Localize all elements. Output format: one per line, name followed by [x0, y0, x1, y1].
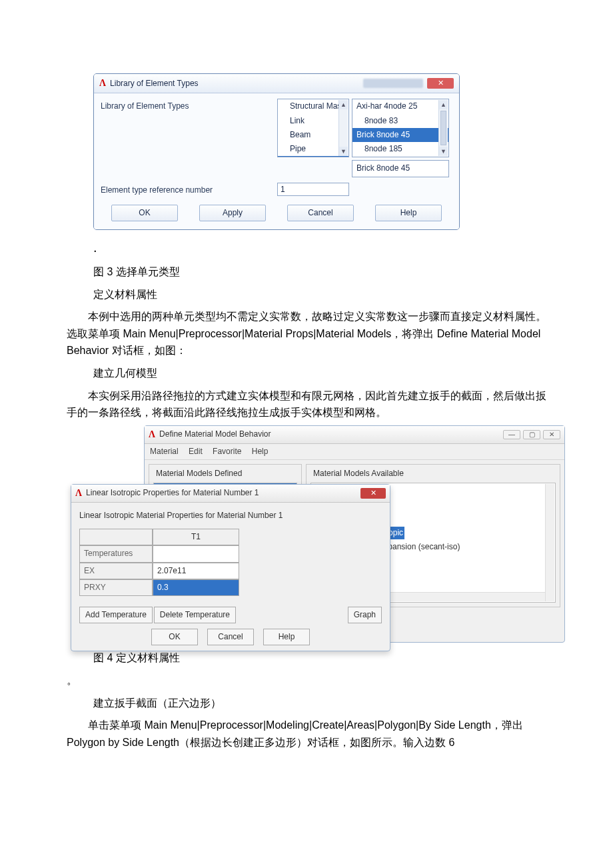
- scrollbar[interactable]: ▲ ▼: [438, 100, 448, 156]
- table-cell: [79, 529, 153, 545]
- reference-number-input[interactable]: [277, 183, 349, 196]
- list-item[interactable]: 8node 83: [352, 114, 448, 128]
- paragraph: 单击菜单项 Main Menu|Preprocessor|Modeling|Cr…: [67, 717, 546, 751]
- library-element-types-dialog: Λ Library of Element Types ✕ Library of …: [93, 73, 460, 230]
- linear-isotropic-dialog: Λ Linear Isotropic Properties for Materi…: [71, 484, 390, 652]
- menu-item[interactable]: Material: [150, 447, 179, 456]
- list-item[interactable]: 8node 185: [352, 142, 448, 156]
- dialog-titlebar: Λ Library of Element Types ✕: [94, 74, 459, 93]
- row-label: EX: [79, 563, 153, 579]
- maximize-button[interactable]: ▢: [523, 430, 540, 439]
- scroll-thumb[interactable]: [440, 111, 446, 145]
- lambda-logo-icon: Λ: [99, 76, 106, 91]
- cancel-button[interactable]: Cancel: [207, 629, 254, 645]
- row-label: Temperatures: [79, 545, 153, 562]
- scroll-up-icon[interactable]: ▲: [339, 100, 348, 109]
- scrollbar[interactable]: ▲ ▼: [338, 100, 348, 156]
- table-header: T1: [153, 529, 239, 545]
- stray-period: 。: [67, 672, 546, 689]
- close-button[interactable]: ✕: [360, 488, 386, 499]
- cancel-button[interactable]: Cancel: [287, 205, 354, 221]
- menu-bar[interactable]: Material Edit Favorite Help: [145, 444, 564, 460]
- field-label: Library of Element Types: [101, 99, 277, 113]
- menu-item[interactable]: Help: [252, 447, 269, 456]
- scroll-down-icon[interactable]: ▼: [439, 147, 448, 156]
- menu-item[interactable]: Favorite: [213, 447, 241, 456]
- dialog-caption: Linear Isotropic Material Properties for…: [79, 509, 382, 522]
- decorative-dot: .: [93, 237, 546, 258]
- add-temperature-button[interactable]: Add Temperature: [79, 607, 153, 623]
- list-item[interactable]: Brick 8node 45: [352, 128, 448, 142]
- selected-summary: Brick 8node 45: [352, 160, 449, 177]
- table-input[interactable]: 2.07e11: [153, 563, 239, 579]
- dialog-title: Define Material Model Behavior: [159, 428, 271, 441]
- figure-caption: 图 4 定义材料属性: [93, 649, 546, 667]
- lambda-logo-icon: Λ: [75, 486, 82, 501]
- element-listbox[interactable]: Axi-har 4node 25 8node 83 Brick 8node 45…: [352, 99, 449, 157]
- help-button[interactable]: Help: [263, 629, 310, 645]
- heading: 建立几何模型: [93, 365, 546, 382]
- scroll-down-icon[interactable]: ▼: [339, 147, 348, 156]
- menu-item[interactable]: Edit: [189, 447, 203, 456]
- list-item[interactable]: Solid: [278, 156, 348, 157]
- ok-button[interactable]: OK: [151, 629, 198, 645]
- table-input[interactable]: [153, 545, 239, 562]
- scroll-up-icon[interactable]: ▲: [439, 100, 448, 109]
- close-button[interactable]: ✕: [543, 430, 560, 439]
- ok-button[interactable]: OK: [111, 205, 178, 221]
- paragraph: 本实例采用沿路径拖拉的方式建立实体模型和有限元网格，因此首先建立扳手的截面，然后…: [67, 387, 546, 421]
- apply-button[interactable]: Apply: [199, 205, 266, 221]
- close-button[interactable]: ✕: [427, 78, 454, 89]
- dialog-titlebar: Λ Define Material Model Behavior — ▢ ✕: [145, 426, 564, 444]
- properties-table: T1 Temperatures EX 2.07e11 PRXY 0.3: [79, 529, 382, 596]
- list-item[interactable]: Axi-har 4node 25: [352, 99, 448, 113]
- figure-caption: 图 3 选择单元类型: [93, 263, 546, 281]
- table-input[interactable]: 0.3: [153, 579, 239, 596]
- row-label: PRXY: [79, 579, 153, 596]
- titlebar-blur: [363, 79, 423, 88]
- fieldset-title: Material Models Defined: [153, 467, 297, 480]
- dialog-titlebar: Λ Linear Isotropic Properties for Materi…: [71, 485, 390, 503]
- delete-temperature-button[interactable]: Delete Temperature: [154, 607, 236, 623]
- scrollbar[interactable]: [545, 484, 554, 601]
- field-label: Element type reference number: [101, 183, 277, 197]
- graph-button[interactable]: Graph: [348, 607, 382, 623]
- help-button[interactable]: Help: [375, 205, 442, 221]
- category-listbox[interactable]: Structural Mass Link Beam Pipe Solid She…: [277, 99, 349, 157]
- list-item[interactable]: 20node 186: [352, 156, 448, 157]
- paragraph: 本例中选用的两种单元类型均不需定义实常数，故略过定义实常数这一步骤而直接定义材料…: [67, 308, 546, 359]
- dialog-title: Linear Isotropic Properties for Material…: [86, 487, 259, 499]
- fieldset-title: Material Models Available: [310, 467, 556, 480]
- dialog-title: Library of Element Types: [110, 77, 199, 90]
- heading: 建立扳手截面（正六边形）: [93, 695, 546, 712]
- lambda-logo-icon: Λ: [149, 427, 155, 442]
- heading: 定义材料属性: [93, 286, 546, 303]
- minimize-button[interactable]: —: [503, 430, 520, 439]
